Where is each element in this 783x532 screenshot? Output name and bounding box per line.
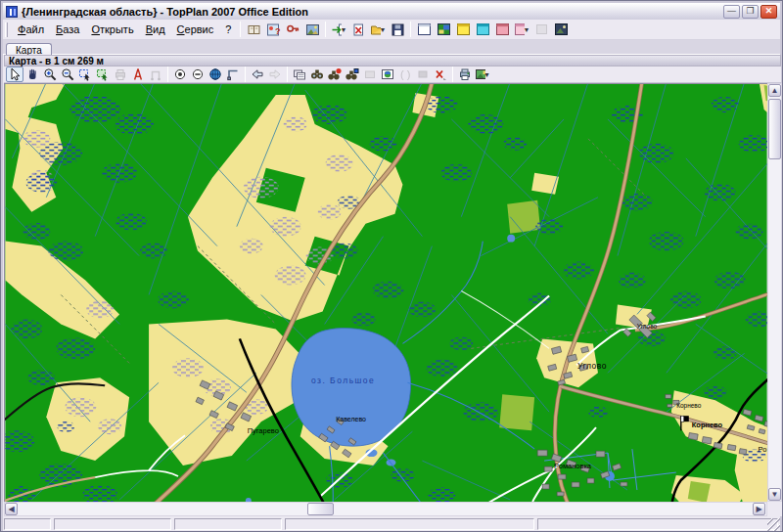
kornevo-label: Корнево xyxy=(692,421,723,429)
zoom-out-tool[interactable] xyxy=(59,66,76,82)
horizontal-scrollbar[interactable]: ◀ ▶ xyxy=(4,502,767,516)
map-query-icon[interactable]: ? xyxy=(263,21,283,38)
window-cyan-icon[interactable] xyxy=(473,21,492,38)
menu-base[interactable]: База xyxy=(50,22,85,37)
vertical-scroll-thumb[interactable] xyxy=(768,99,781,159)
scroll-right-button[interactable]: ▶ xyxy=(753,503,765,515)
select-object-tool[interactable] xyxy=(94,66,112,82)
route-tool[interactable] xyxy=(147,66,164,82)
menu-service[interactable]: Сервис xyxy=(171,22,220,37)
title-bar: {Ленинградская область} - TopPlan 2007 O… xyxy=(3,3,780,20)
lake-bolshoye xyxy=(292,329,411,447)
app-icon xyxy=(6,6,18,18)
scrollbar-corner xyxy=(767,502,782,516)
import-record-icon[interactable]: ▼ xyxy=(329,21,348,38)
menu-view[interactable]: Вид xyxy=(140,22,171,37)
svg-text:( ): ( ) xyxy=(400,68,410,80)
map-window-caption: Карта - в 1 см 269 м xyxy=(4,55,781,66)
ro-partial-label: Ро xyxy=(759,445,767,454)
book-icon[interactable] xyxy=(244,21,263,38)
status-bar xyxy=(3,517,780,531)
menu-toolbar-row: Файл База Открыть Вид Сервис ? ? ▼ ▼ xyxy=(3,20,780,40)
map-canvas[interactable]: оз. Большое Пугарево Кавелево Углово Угл… xyxy=(4,83,767,502)
separator xyxy=(245,66,246,82)
key-icon[interactable] xyxy=(283,21,302,38)
area-tool[interactable] xyxy=(414,66,432,82)
pugarevo-label: Пугарево xyxy=(248,426,279,435)
menu-file[interactable]: Файл xyxy=(12,22,50,37)
close-button[interactable]: ✕ xyxy=(760,5,777,19)
window-rose-icon[interactable]: ▼ xyxy=(512,21,531,38)
horizontal-scroll-thumb[interactable] xyxy=(307,503,334,515)
map-toolbar: ( ) ▼ xyxy=(4,66,781,83)
select-rect-tool[interactable] xyxy=(76,66,94,82)
window-yellow-icon[interactable] xyxy=(453,21,473,38)
separator xyxy=(167,66,168,82)
vertical-scrollbar[interactable]: ▲ ▼ xyxy=(767,83,782,502)
delete-record-icon[interactable] xyxy=(348,21,368,38)
status-panel-5 xyxy=(537,518,778,530)
maximize-button[interactable]: ❐ xyxy=(742,5,759,19)
window-title: {Ленинградская область} - TopPlan 2007 O… xyxy=(22,6,723,18)
toolbar-grip[interactable] xyxy=(5,22,8,37)
layers-tool[interactable] xyxy=(291,66,308,82)
pointer-tool[interactable] xyxy=(6,66,23,82)
select-found-tool[interactable] xyxy=(361,66,379,82)
separator xyxy=(410,22,411,37)
kavelevo-label: Кавелево xyxy=(336,416,366,422)
window-disabled-icon[interactable] xyxy=(531,21,551,38)
separator xyxy=(287,66,288,82)
menu-open[interactable]: Открыть xyxy=(85,22,139,37)
application-window: {Ленинградская область} - TopPlan 2007 O… xyxy=(0,0,783,532)
resize-grip[interactable] xyxy=(767,518,780,531)
open-map-icon[interactable]: ▼ xyxy=(368,21,388,38)
uglovo-label: Углово xyxy=(577,361,607,371)
picture-tool[interactable] xyxy=(379,66,396,82)
uglovo-station-label: Углово xyxy=(637,323,658,330)
status-panel-3 xyxy=(174,518,282,530)
svg-text:?: ? xyxy=(275,26,281,36)
measure-tool[interactable] xyxy=(129,66,147,82)
status-panel-2 xyxy=(54,518,171,530)
print-tool[interactable] xyxy=(112,66,129,82)
window-pink-icon[interactable] xyxy=(492,21,512,38)
print-map-tool[interactable] xyxy=(456,66,474,82)
forward-tool[interactable] xyxy=(266,66,284,82)
save-icon[interactable] xyxy=(388,21,407,38)
center-tool[interactable] xyxy=(171,66,189,82)
zoom-fixed-tool[interactable] xyxy=(189,66,207,82)
minimize-button[interactable]: — xyxy=(723,5,740,19)
window-plain-icon[interactable] xyxy=(414,21,434,38)
status-panel-4 xyxy=(285,518,534,530)
legend-tool[interactable] xyxy=(224,66,242,82)
pan-tool[interactable] xyxy=(23,66,41,82)
scroll-left-button[interactable]: ◀ xyxy=(5,503,18,515)
back-tool[interactable] xyxy=(249,66,266,82)
scroll-down-button[interactable]: ▼ xyxy=(768,488,781,501)
whole-map-tool[interactable] xyxy=(207,66,224,82)
search-object-tool[interactable] xyxy=(344,66,361,82)
picture-icon[interactable] xyxy=(302,21,322,38)
search-address-tool[interactable] xyxy=(326,66,344,82)
window-map-icon[interactable] xyxy=(434,21,453,38)
separator xyxy=(452,66,453,82)
tab-strip: Карта xyxy=(3,40,780,55)
separator xyxy=(240,22,241,37)
brackets-tool[interactable]: ( ) xyxy=(396,66,414,82)
zoom-in-tool[interactable] xyxy=(41,66,59,82)
map-preview-tool[interactable]: ▼ xyxy=(474,66,491,82)
export-picture-icon[interactable] xyxy=(551,21,571,38)
search-tool[interactable] xyxy=(308,66,326,82)
scroll-up-button[interactable]: ▲ xyxy=(768,84,781,97)
romanovka-label: Романовка xyxy=(554,462,592,470)
clear-selection-tool[interactable] xyxy=(432,66,449,82)
menu-help[interactable]: ? xyxy=(219,22,237,37)
status-panel-1 xyxy=(4,518,51,530)
kornevo-small-label: Корнево xyxy=(676,402,701,410)
lake-label: оз. Большое xyxy=(311,376,375,385)
separator xyxy=(325,22,326,37)
map-frame: оз. Большое Пугарево Кавелево Углово Угл… xyxy=(4,83,782,516)
